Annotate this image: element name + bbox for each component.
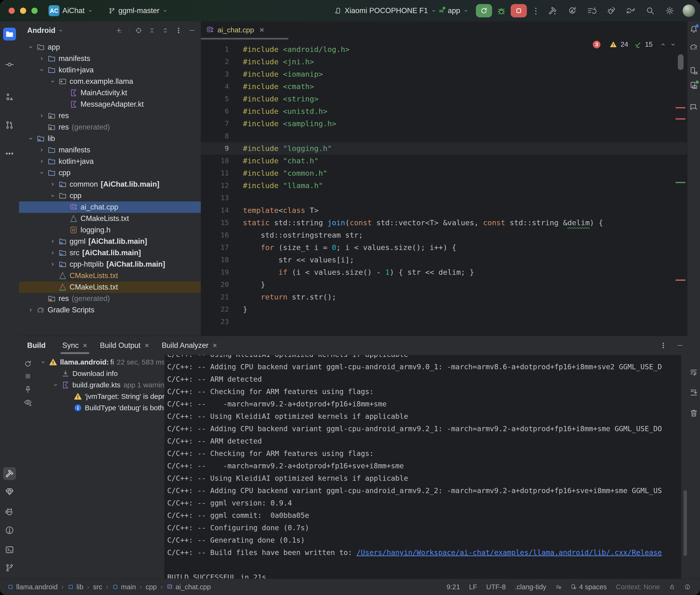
re-sync-button[interactable] (23, 359, 33, 369)
tree-item-messageadapter-kt[interactable]: MessageAdapter.kt (19, 98, 201, 110)
hide-panel-button[interactable] (188, 27, 196, 34)
terminal-tool-button[interactable] (3, 543, 16, 556)
inspections-widget[interactable] (555, 584, 562, 590)
tree-item-ai-chat-cpp[interactable]: ai_chat.cpp (19, 201, 201, 213)
tab-scrollbar[interactable] (201, 38, 288, 39)
tree-item-common[interactable]: common[AiChat.lib.main] (19, 178, 201, 190)
project-tool-button[interactable] (3, 28, 16, 40)
console-scrollbar[interactable] (683, 490, 687, 556)
tree-item-kotlin-java[interactable]: kotlin+java (19, 64, 201, 76)
code-line-11[interactable]: 11#include "common.h" (201, 167, 688, 179)
code-line-9[interactable]: 9#include "logging.h" (201, 142, 688, 154)
caret-position[interactable]: 9:21 (447, 583, 460, 591)
tree-item-cmakelists-txt[interactable]: CMakeLists.txt (19, 281, 201, 293)
code-area[interactable]: 1#include <android/log.h>2#include <jni.… (201, 43, 688, 328)
code-line-19[interactable]: 19 if (i < values.size() - 1) { str << d… (201, 266, 688, 278)
chevron-right-icon[interactable] (48, 250, 57, 256)
editor-scrollbar[interactable] (678, 54, 683, 70)
chevron-right-icon[interactable] (48, 181, 57, 188)
build-tab-sync[interactable]: Sync✕ (56, 336, 94, 355)
tree-item-manifests[interactable]: manifests (19, 53, 201, 64)
chevron-down-icon[interactable] (48, 193, 57, 199)
chevron-down-icon[interactable] (26, 44, 35, 50)
tree-item-buildtype-debug-is-both-de[interactable]: BuildType 'debug' is both de (36, 402, 164, 414)
build-tool-button[interactable] (3, 467, 16, 480)
tree-item-mainactivity-kt[interactable]: MainActivity.kt (19, 87, 201, 98)
clear-all-button[interactable] (688, 407, 699, 419)
tab-ai-chat-cpp[interactable]: ai_chat.cpp ✕ (201, 22, 270, 38)
chevron-down-icon[interactable] (26, 136, 35, 142)
stop-sync-button[interactable] (23, 371, 33, 381)
tree-item-res[interactable]: res(generated) (19, 293, 201, 304)
hide-build-panel-button[interactable] (676, 342, 683, 349)
chevron-right-icon[interactable] (37, 55, 46, 62)
encoding[interactable]: UTF-8 (486, 583, 506, 591)
tree-item-src[interactable]: src[AiChat.lib.main] (19, 247, 201, 259)
chevron-right-icon[interactable] (37, 147, 46, 153)
tree-item-com-example-llama[interactable]: com.example.llama (19, 76, 201, 87)
code-line-5[interactable]: 5#include <string> (201, 93, 688, 105)
attach-debugger-button[interactable] (607, 6, 616, 16)
tree-item-logging-h[interactable]: logging.h (19, 224, 201, 236)
build-output-link[interactable]: /Users/hanyin/Workspace/ai-chat/examples… (357, 548, 662, 557)
breadcrumb-ai-chat-cpp[interactable]: ai_chat.cpp (167, 583, 211, 591)
stop-button[interactable] (511, 4, 527, 18)
stripe-mark[interactable] (675, 280, 685, 281)
cmake-tool-button[interactable] (3, 485, 16, 498)
device-manager-button[interactable] (688, 65, 699, 76)
code-line-6[interactable]: 6#include <unistd.h> (201, 105, 688, 117)
search-everywhere-button[interactable] (645, 6, 655, 16)
tree-item-download-info[interactable]: Download info (36, 368, 164, 379)
code-line-13[interactable]: 13 (201, 192, 688, 204)
read-write-lock[interactable] (669, 584, 675, 590)
stripe-mark[interactable] (675, 107, 685, 108)
settings-button[interactable] (665, 6, 674, 16)
code-line-20[interactable]: 20 } (201, 278, 688, 291)
version-control-tool-button[interactable] (3, 561, 16, 574)
structure-tool-button[interactable] (3, 90, 16, 103)
build-tab-build-analyzer[interactable]: Build Analyzer✕ (156, 336, 223, 355)
code-line-15[interactable]: 15static std::string join(const std::vec… (201, 217, 688, 229)
chevron-right-icon[interactable] (37, 113, 46, 119)
apply-code-changes-button[interactable] (587, 6, 596, 16)
stripe-mark[interactable] (675, 118, 685, 119)
tree-item-build-gradle-kts[interactable]: build.gradle.ktsapp 1 warning (36, 379, 164, 391)
build-project-button[interactable] (548, 6, 557, 16)
zoom-window-button[interactable] (31, 8, 38, 14)
chevron-down-icon[interactable] (51, 382, 60, 388)
close-tab-icon[interactable]: ✕ (82, 342, 87, 349)
code-line-1[interactable]: 1#include <android/log.h> (201, 43, 688, 55)
code-style-config[interactable]: .clang-tidy (515, 583, 546, 591)
add-button[interactable] (115, 27, 122, 34)
chevron-right-icon[interactable] (48, 261, 57, 267)
panel-options-button[interactable] (175, 27, 182, 34)
chevron-right-icon[interactable] (37, 158, 46, 165)
chevron-down-icon[interactable] (38, 359, 48, 365)
code-line-3[interactable]: 3#include <iomanip> (201, 68, 688, 80)
tree-item-ggml[interactable]: ggml[AiChat.lib.main] (19, 236, 201, 247)
stripe-mark[interactable] (675, 182, 685, 183)
problems-tool-button[interactable] (3, 524, 16, 537)
collapse-all-button[interactable] (162, 27, 169, 34)
tree-item-gradle-scripts[interactable]: Gradle Scripts (19, 304, 201, 316)
tree-item-manifests[interactable]: manifests (19, 144, 201, 156)
project-view-selector[interactable]: Android (27, 26, 64, 35)
code-line-2[interactable]: 2#include <jni.h> (201, 55, 688, 68)
close-window-button[interactable] (8, 8, 15, 14)
gemini-chat-button[interactable] (688, 102, 699, 113)
tree-item-cmakelists-txt[interactable]: CMakeLists.txt (19, 213, 201, 224)
context-widget[interactable]: Context: None (616, 583, 660, 591)
project-widget[interactable]: AC AiChat (49, 5, 93, 16)
breadcrumb-lib[interactable]: lib (67, 583, 83, 591)
code-line-10[interactable]: 10#include "chat.h" (201, 154, 688, 167)
kebab-icon[interactable]: ⋮ (531, 6, 541, 16)
tree-item-lib[interactable]: lib (19, 133, 201, 144)
code-line-4[interactable]: 4#include <cmath> (201, 80, 688, 93)
sync-gradle-button[interactable] (626, 6, 636, 16)
tree-item-kotlin-java[interactable]: kotlin+java (19, 156, 201, 167)
code-line-23[interactable]: 23 (201, 315, 688, 328)
pull-requests-tool-button[interactable] (3, 119, 16, 132)
expand-all-button[interactable] (148, 27, 156, 34)
user-avatar[interactable] (682, 0, 695, 22)
line-separator[interactable]: LF (469, 583, 477, 591)
